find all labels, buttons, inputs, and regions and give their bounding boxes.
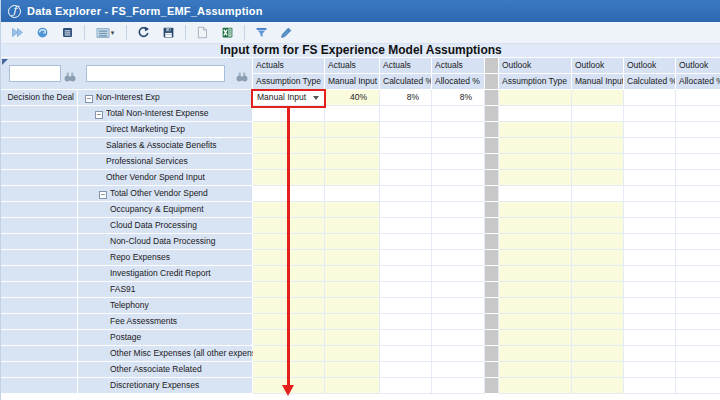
cell-outlook-manual_input[interactable] <box>572 346 624 362</box>
filter-icon[interactable] <box>251 24 271 42</box>
data-rows-icon[interactable] <box>57 24 77 42</box>
edit-pencil-icon[interactable] <box>276 24 296 42</box>
cell-outlook-manual_input[interactable] <box>572 266 624 282</box>
cell-actuals-calculated_pct <box>380 362 432 378</box>
cell-outlook-assumption_type[interactable] <box>499 314 572 330</box>
cell-outlook-manual_input[interactable] <box>572 362 624 378</box>
find-binoculars-icon[interactable] <box>64 68 76 86</box>
assumption-type-dropdown[interactable]: Manual Input <box>253 90 325 106</box>
export-excel-icon[interactable] <box>217 24 237 42</box>
column-header-outlook-manual_input: Manual Input <box>572 74 624 90</box>
collapse-toggle-icon[interactable]: − <box>99 191 107 199</box>
save-icon[interactable] <box>158 24 178 42</box>
cell-outlook-assumption_type[interactable] <box>499 378 572 394</box>
cell-outlook-manual_input[interactable] <box>572 202 624 218</box>
cell-outlook-assumption_type[interactable] <box>499 250 572 266</box>
cell-actuals-manual_input[interactable] <box>325 122 380 138</box>
cell-outlook-assumption_type[interactable] <box>499 234 572 250</box>
cell-actuals-manual_input[interactable] <box>325 218 380 234</box>
member-search-input[interactable] <box>86 65 225 82</box>
cell-actuals-assumption_type[interactable] <box>253 234 325 250</box>
cell-outlook-manual_input[interactable] <box>572 170 624 186</box>
refresh-icon[interactable] <box>133 24 153 42</box>
cell-outlook-assumption_type[interactable] <box>499 90 572 106</box>
cell-outlook-assumption_type[interactable] <box>499 298 572 314</box>
collapse-toggle-icon[interactable]: − <box>95 111 103 119</box>
cell-outlook-manual_input[interactable] <box>572 314 624 330</box>
dimension-search-input[interactable] <box>9 65 61 82</box>
cell-outlook-assumption_type[interactable] <box>499 154 572 170</box>
cell-actuals-manual_input[interactable] <box>325 298 380 314</box>
dropdown-caret-icon[interactable] <box>313 96 319 100</box>
cell-outlook-assumption_type[interactable] <box>499 138 572 154</box>
cell-actuals-manual_input[interactable] <box>325 170 380 186</box>
cell-actuals-manual_input[interactable] <box>325 330 380 346</box>
cell-outlook-manual_input[interactable] <box>572 298 624 314</box>
cell-actuals-manual_input[interactable] <box>325 282 380 298</box>
section-gap-cell <box>485 138 499 154</box>
cell-outlook-assumption_type[interactable] <box>499 266 572 282</box>
cell-actuals-manual_input[interactable] <box>325 314 380 330</box>
cell-outlook-assumption_type[interactable] <box>499 218 572 234</box>
cell-outlook-calculated_pct <box>624 218 676 234</box>
cell-outlook-manual_input[interactable] <box>572 378 624 394</box>
cell-actuals-assumption_type[interactable] <box>253 362 325 378</box>
row-header-member: Professional Services <box>78 154 253 170</box>
cell-actuals-assumption_type[interactable] <box>253 266 325 282</box>
cell-actuals-assumption_type[interactable] <box>253 330 325 346</box>
cell-actuals-assumption_type[interactable] <box>253 202 325 218</box>
member-label: Salaries & Associate Benefits <box>106 140 217 150</box>
cell-outlook-assumption_type[interactable] <box>499 202 572 218</box>
cell-actuals-manual_input[interactable] <box>325 154 380 170</box>
cell-outlook-manual_input[interactable] <box>572 138 624 154</box>
cell-outlook-manual_input[interactable] <box>572 250 624 266</box>
cell-actuals-manual_input[interactable] <box>325 362 380 378</box>
layout-dropdown-caret-icon[interactable]: ▾ <box>111 29 115 37</box>
cell-outlook-assumption_type[interactable] <box>499 330 572 346</box>
cell-outlook-assumption_type[interactable] <box>499 122 572 138</box>
cell-actuals-manual_input[interactable] <box>325 378 380 394</box>
cell-actuals-assumption_type[interactable] <box>253 122 325 138</box>
run-icon[interactable] <box>7 24 27 42</box>
cell-outlook-assumption_type[interactable] <box>499 362 572 378</box>
refresh-data-icon[interactable] <box>32 24 52 42</box>
cell-outlook-manual_input[interactable] <box>572 282 624 298</box>
layout-icon[interactable]: ▾ <box>91 24 119 42</box>
cell-outlook-manual_input[interactable] <box>572 234 624 250</box>
cell-actuals-manual_input[interactable] <box>325 234 380 250</box>
cell-actuals-assumption_type[interactable] <box>253 154 325 170</box>
cell-actuals-allocated_pct <box>432 362 485 378</box>
row-header-dimension <box>1 298 78 314</box>
cell-outlook-assumption_type[interactable] <box>499 282 572 298</box>
cell-actuals-assumption_type[interactable] <box>253 298 325 314</box>
window-title: Data Explorer - FS_Form_EMF_Assumption <box>27 5 263 17</box>
cell-outlook-manual_input[interactable] <box>572 90 624 106</box>
cell-actuals-manual_input[interactable] <box>325 346 380 362</box>
cell-outlook-manual_input[interactable] <box>572 154 624 170</box>
cell-actuals-assumption_type[interactable] <box>253 378 325 394</box>
cell-actuals-assumption_type[interactable] <box>253 346 325 362</box>
cell-outlook-manual_input[interactable] <box>572 330 624 346</box>
row-header-member: Non-Cloud Data Processing <box>78 234 253 250</box>
export-document-icon[interactable] <box>192 24 212 42</box>
cell-actuals-manual_input[interactable]: 40% <box>325 90 380 106</box>
row-header-dimension <box>1 122 78 138</box>
cell-actuals-manual_input[interactable] <box>325 138 380 154</box>
cell-actuals-manual_input[interactable] <box>325 250 380 266</box>
group-header-outlook: Outlook <box>624 58 676 74</box>
cell-actuals-assumption_type[interactable] <box>253 314 325 330</box>
cell-actuals-assumption_type[interactable] <box>253 282 325 298</box>
cell-actuals-assumption_type[interactable] <box>253 218 325 234</box>
cell-actuals-assumption_type[interactable] <box>253 138 325 154</box>
collapse-toggle-icon[interactable]: − <box>85 95 93 103</box>
cell-outlook-manual_input[interactable] <box>572 122 624 138</box>
cell-actuals-manual_input[interactable] <box>325 202 380 218</box>
row-header-dimension <box>1 170 78 186</box>
cell-actuals-manual_input[interactable] <box>325 266 380 282</box>
cell-outlook-assumption_type[interactable] <box>499 170 572 186</box>
cell-actuals-assumption_type[interactable] <box>253 250 325 266</box>
cell-outlook-assumption_type[interactable] <box>499 346 572 362</box>
cell-actuals-assumption_type[interactable] <box>253 170 325 186</box>
cell-outlook-manual_input[interactable] <box>572 218 624 234</box>
find-binoculars-icon[interactable] <box>236 68 248 86</box>
